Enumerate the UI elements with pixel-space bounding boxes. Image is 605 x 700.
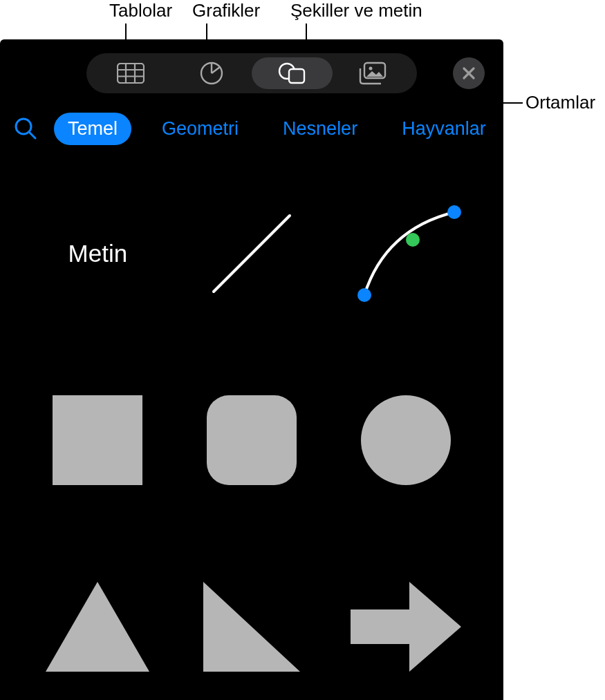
svg-marker-21 [46, 582, 149, 672]
callout-charts: Grafikler [192, 0, 260, 21]
shape-arrow-right[interactable] [328, 561, 483, 692]
media-button[interactable] [333, 57, 413, 89]
callout-shapes-text: Şekiller ve metin [290, 0, 422, 21]
arrow-right-icon [351, 582, 461, 672]
category-nesneler[interactable]: Nesneler [269, 113, 371, 145]
shapes-icon [277, 62, 306, 85]
chart-icon [200, 62, 223, 85]
search-icon [14, 117, 37, 140]
tables-icon [117, 63, 145, 84]
close-icon [462, 66, 476, 80]
callout-media: Ortamlar [525, 92, 595, 113]
insert-panel: Temel Geometri Nesneler Hayvanlar Metin [0, 39, 503, 700]
svg-point-17 [406, 233, 420, 247]
curve-icon [347, 195, 465, 312]
rounded-square-icon [207, 395, 297, 485]
close-button[interactable] [453, 57, 485, 89]
shape-text-label: Metin [68, 240, 128, 267]
charts-button[interactable] [171, 57, 252, 89]
category-tabs: Temel Geometri Nesneler Hayvanlar [0, 107, 503, 150]
media-icon [358, 62, 387, 85]
svg-point-15 [357, 288, 371, 302]
svg-point-9 [369, 67, 372, 70]
triangle-icon [46, 582, 149, 672]
shape-triangle[interactable] [21, 561, 175, 692]
shape-line[interactable] [175, 188, 329, 319]
line-icon [200, 202, 304, 305]
shapes-grid: Metin [0, 188, 503, 692]
shape-curve[interactable] [328, 188, 483, 319]
category-geometri[interactable]: Geometri [148, 113, 252, 145]
shapes-button[interactable] [252, 57, 333, 89]
category-temel[interactable]: Temel [54, 113, 131, 145]
svg-point-16 [447, 205, 461, 219]
svg-point-20 [361, 395, 451, 485]
svg-rect-7 [289, 69, 304, 83]
svg-rect-19 [207, 395, 297, 485]
svg-rect-0 [118, 64, 144, 83]
square-icon [53, 395, 142, 485]
shape-rounded-square[interactable] [175, 375, 329, 506]
right-triangle-icon [203, 582, 300, 672]
shape-square[interactable] [21, 375, 175, 506]
svg-marker-23 [351, 582, 461, 672]
svg-marker-22 [203, 582, 300, 672]
shape-circle[interactable] [328, 375, 483, 506]
svg-point-12 [16, 119, 31, 134]
svg-rect-18 [53, 395, 142, 485]
circle-icon [361, 395, 451, 485]
shape-right-triangle[interactable] [175, 561, 329, 692]
category-hayvanlar[interactable]: Hayvanlar [388, 113, 500, 145]
shape-text[interactable]: Metin [21, 188, 175, 319]
svg-line-14 [214, 216, 290, 292]
callout-tables: Tablolar [109, 0, 172, 21]
search-button[interactable] [14, 117, 37, 140]
tables-button[interactable] [91, 57, 171, 89]
insert-toolbar [86, 53, 417, 93]
svg-line-13 [30, 133, 35, 138]
